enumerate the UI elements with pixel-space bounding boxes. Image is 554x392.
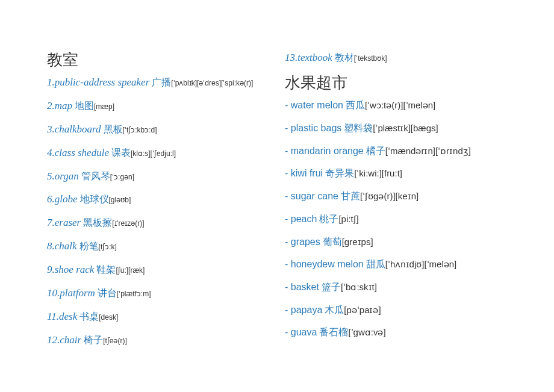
entry: - grapes 葡萄[greɪps]	[285, 236, 523, 247]
right-column: 13.textbook 教材[ˈtekstbʊk] 水果超市 - water m…	[285, 47, 523, 392]
entry: - mandarin orange 橘子[ˈmændərɪn][ˈɒrɪndʒ]	[285, 145, 523, 157]
num: 2.	[47, 100, 55, 111]
entry: - sugar cane 甘蔗[ˈʃʊgə(r)][keɪn]	[285, 190, 523, 202]
cn: 书桌	[77, 311, 99, 322]
ipa: [ˈɔ:gən]	[110, 173, 134, 181]
word: sugar cane	[291, 191, 338, 201]
entry: 9.shoe rack 鞋架[ʃu:][ræk]	[47, 264, 285, 276]
word: plastic bags	[291, 123, 342, 133]
word: platform	[60, 287, 95, 299]
ipa: [ˈpʌblɪk][əˈdres][ˈspi:kə(r)]	[171, 79, 253, 87]
ipa: [ˈtʃɔ:kbɔ:d]	[123, 126, 157, 134]
entry: - peach 桃子[pi:tʃ]	[285, 213, 523, 225]
entry: - papaya 木瓜[pəˈpaɪə]	[285, 304, 523, 316]
cn: 甘蔗	[338, 191, 360, 201]
word: chair	[60, 334, 81, 346]
ipa: [ˈmændərɪn][ˈɒrɪndʒ]	[385, 146, 471, 156]
dash: -	[285, 214, 291, 224]
ipa: [pi:tʃ]	[338, 214, 358, 224]
ipa: [ˈwɔ:tə(r)][ˈmelən]	[365, 100, 435, 110]
word: grapes	[291, 237, 320, 247]
cn: 地图	[72, 101, 94, 111]
entry: 11.desk 书桌[desk]	[47, 311, 285, 323]
word: papaya	[291, 305, 323, 315]
heading-fruit: 水果超市	[285, 72, 523, 93]
cn: 讲台	[95, 288, 117, 298]
cn: 奇异果	[323, 168, 354, 178]
ipa: [greɪps]	[342, 237, 373, 247]
entry: - basket 篮子[ˈbɑ:skɪt]	[285, 281, 523, 293]
ipa: [gləʊb]	[109, 196, 131, 204]
ipa: [ˈhʌnɪdjʊ][ˈmelən]	[385, 259, 457, 269]
entry: 2.map 地图[mæp]	[47, 100, 285, 112]
ipa: [mæp]	[94, 102, 114, 111]
cn: 管风琴	[79, 171, 110, 181]
entry: 6.globe 地球仪[gləʊb]	[47, 193, 285, 205]
ipa: [klɑ:s][ˈʃedju:l]	[131, 149, 176, 158]
ipa: [pəˈpaɪə]	[344, 305, 381, 315]
ipa: [ˈgwɑ:və]	[348, 327, 385, 337]
cn: 课表	[109, 148, 131, 158]
cn: 番石榴	[317, 327, 348, 337]
ipa: [desk]	[99, 313, 118, 322]
dash: -	[285, 237, 291, 247]
cn: 黑板擦	[81, 217, 112, 228]
word: honeydew melon	[291, 259, 364, 269]
entry: 10.platform 讲台[ˈplætfɔ:m]	[47, 287, 285, 299]
num: 10.	[47, 287, 60, 299]
cn: 甜瓜	[364, 259, 385, 269]
num: 5.	[47, 170, 55, 182]
word: peach	[291, 214, 317, 224]
cn: 橘子	[364, 146, 385, 156]
ipa: [ʃu:][ræk]	[116, 266, 145, 275]
entry: 5.organ 管风琴[ˈɔ:gən]	[47, 170, 285, 182]
word: globe	[55, 193, 78, 205]
num: 11.	[47, 311, 59, 322]
entry: - kiwi frui 奇异果[ˈki:wi:][fru:t]	[285, 167, 523, 179]
ipa: [ˈplæstɪk][bægs]	[373, 123, 438, 133]
entry: 13.textbook 教材[ˈtekstbʊk]	[285, 52, 523, 64]
word: basket	[291, 282, 319, 292]
cn: 篮子	[319, 282, 341, 292]
cn: 鞋架	[94, 264, 116, 275]
cn: 教材	[332, 52, 354, 63]
word: class shedule	[55, 147, 109, 158]
dash: -	[285, 191, 291, 201]
entry: 1.public-address speaker 广播[ˈpʌblɪk][əˈd…	[47, 76, 285, 89]
num: 7.	[47, 217, 55, 228]
entry: - guava 番石榴[ˈgwɑ:və]	[285, 326, 523, 338]
num: 4.	[47, 147, 55, 158]
dash: -	[285, 327, 291, 337]
dash: -	[285, 305, 291, 315]
ipa: [ˈʃʊgə(r)][keɪn]	[360, 191, 419, 201]
ipa: [ˈki:wi:][fru:t]	[354, 168, 402, 178]
word: kiwi frui	[291, 168, 323, 178]
word: chalkboard	[55, 123, 101, 135]
word: desk	[59, 311, 77, 322]
cn: 葡萄	[320, 237, 342, 247]
cn: 椅子	[81, 335, 103, 345]
entry: - plastic bags 塑料袋[ˈplæstɪk][bægs]	[285, 122, 523, 134]
word: public-address speaker	[55, 76, 150, 88]
ipa: [ˈplætfɔ:m]	[117, 290, 151, 298]
dash: -	[285, 146, 291, 156]
word: chalk	[55, 240, 77, 252]
num: 9.	[47, 264, 55, 275]
ipa: [ˈbɑ:skɪt]	[341, 282, 377, 292]
cn: 广播	[149, 77, 171, 87]
ipa: [tʃɔ:k]	[99, 243, 117, 251]
num: 13.	[285, 52, 297, 63]
entry: 7.eraser 黑板擦[ɪˈreɪzə(r)]	[47, 217, 285, 229]
word: organ	[55, 170, 79, 182]
entry: 3.chalkboard 黑板[ˈtʃɔ:kbɔ:d]	[47, 123, 285, 135]
word: textbook	[297, 52, 332, 63]
num: 1.	[47, 76, 55, 88]
dash: -	[285, 123, 291, 133]
dash: -	[285, 168, 291, 178]
num: 12.	[47, 334, 60, 346]
cn: 桃子	[317, 214, 338, 224]
num: 3.	[47, 123, 55, 135]
dash: -	[285, 282, 291, 292]
heading-classroom: 教室	[47, 49, 285, 70]
cn: 西瓜	[343, 100, 365, 110]
